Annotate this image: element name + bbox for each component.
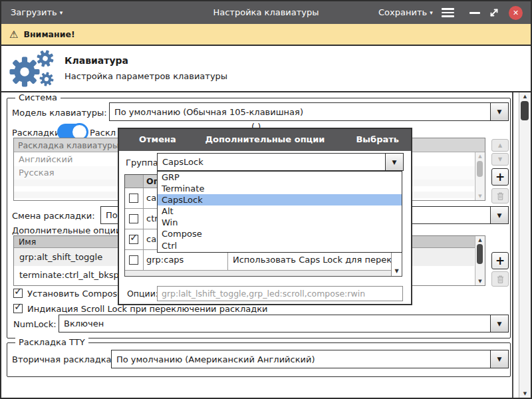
numlock-value: Включен — [59, 315, 490, 332]
keyboard-model-value: По умолчанию (Обычная 105-клавишная) — [110, 103, 490, 120]
row-checkbox[interactable] — [129, 214, 138, 223]
scrollbar-thumb[interactable] — [477, 244, 483, 264]
row-checkbox[interactable] — [129, 194, 138, 203]
caret-down-icon: ▾ — [430, 9, 433, 16]
menu-icon[interactable] — [442, 8, 454, 17]
group-label: Группа: — [126, 158, 161, 168]
scrollbar-thumb[interactable] — [521, 101, 529, 120]
app-header: Клавиатура Настройка параметров клавиату… — [1, 46, 531, 92]
scroll-down-icon[interactable]: ▼ — [475, 194, 485, 199]
select-button[interactable]: Выбрать — [356, 134, 399, 144]
options-input[interactable]: grp:lalt_lshift_toggle,grp_led:scroll,co… — [157, 286, 403, 301]
row-checkbox[interactable] — [129, 255, 138, 265]
add-option-button[interactable]: + — [491, 252, 509, 269]
scrollbar-thumb[interactable] — [477, 161, 483, 177]
layouts-label: Раскладки: — [12, 128, 63, 138]
title-bar: Загрузить ▾ Настройка клавиатуры Сохрани… — [1, 1, 531, 24]
warning-text: Внимание! — [23, 29, 74, 39]
dropdown-item[interactable]: Compose — [158, 228, 402, 239]
chevron-down-icon: ▼ — [490, 350, 508, 368]
dropdown-item[interactable]: Ctrl — [158, 240, 402, 251]
listbox-scrollbar: ▲ ▼ — [475, 152, 485, 200]
dropdown-item[interactable]: Terminate — [158, 183, 402, 194]
option-description: Использовать Caps Lock для переключе — [228, 250, 392, 270]
row-checkbox[interactable] — [129, 235, 138, 244]
keyboard-model-label: Модель клавиатуры: — [12, 108, 107, 118]
scroll-lock-checkbox[interactable] — [13, 304, 23, 313]
add-layout-button[interactable]: + — [491, 168, 509, 186]
secondary-layout-value: По умолчанию (Американский Английский) — [112, 350, 490, 368]
option-name: grp:caps — [143, 250, 228, 270]
warning-icon: ⚠ — [9, 29, 18, 41]
options-field-label: Опции: — [127, 289, 158, 299]
dialog-header: Отмена Дополнительные опции Выбрать — [119, 129, 411, 151]
save-button[interactable]: Сохранить ▾ — [378, 7, 433, 17]
dropdown-item[interactable]: CapsLock — [158, 194, 402, 205]
content-edge — [512, 92, 513, 398]
group-select-value: CapsLock — [158, 154, 385, 170]
close-icon[interactable]: ✕ — [509, 6, 523, 20]
gears-icon — [7, 50, 59, 91]
layout-switch-label: Смена раскладки: — [12, 211, 95, 221]
dropdown-item[interactable]: Win — [158, 217, 402, 228]
page-subtitle: Настройка параметров клавиатуры — [65, 71, 227, 81]
compose-checkbox-label: Установить Compose — [27, 289, 122, 299]
tty-group-label: Раскладка TTY — [15, 337, 88, 347]
extra-options-label: Дополнительные опции: — [12, 225, 124, 235]
trash-icon — [496, 192, 505, 201]
chevron-down-icon: ▼ — [490, 207, 508, 223]
secondary-layout-select[interactable]: По умолчанию (Американский Английский) ▼ — [111, 350, 509, 368]
group-select[interactable]: CapsLock ▼ — [157, 153, 404, 171]
secondary-layout-label: Вторичная раскладка: — [12, 354, 114, 364]
scroll-down-icon[interactable]: ▼ — [519, 391, 531, 396]
move-down-button[interactable]: ▼ — [491, 153, 509, 166]
scroll-up-icon[interactable]: ▲ — [475, 154, 485, 159]
keyboard-settings-window: Загрузить ▾ Настройка клавиатуры Сохрани… — [0, 0, 532, 399]
trash-icon — [496, 275, 505, 284]
dropdown-item[interactable]: GRP — [158, 172, 402, 183]
chevron-down-icon: ▼ — [490, 103, 508, 120]
keyboard-model-select[interactable]: По умолчанию (Обычная 105-клавишная) ▼ — [109, 102, 509, 121]
scroll-down-icon[interactable]: ▼ — [475, 279, 485, 284]
table-row[interactable]: grp:caps Использовать Caps Lock для пере… — [125, 250, 402, 271]
system-group-label: Система — [15, 92, 61, 102]
minimize-icon[interactable] — [469, 12, 480, 14]
chevron-down-icon: ▼ — [385, 154, 403, 170]
scroll-up-icon[interactable]: ▲ — [475, 237, 485, 243]
scroll-down-icon[interactable]: ▼ — [392, 268, 402, 274]
group-dropdown-list: GRP Terminate CapsLock Alt Win Compose C… — [157, 171, 402, 253]
scroll-lock-checkbox-label: Индикация Scroll Lock при переключении р… — [27, 304, 267, 314]
compose-checkbox[interactable] — [13, 289, 23, 298]
numlock-select[interactable]: Включен ▼ — [59, 315, 509, 332]
extra-options-dialog: Отмена Дополнительные опции Выбрать Груп… — [118, 128, 412, 305]
page-title: Клавиатура — [65, 55, 128, 66]
chevron-down-icon: ▼ — [490, 315, 508, 332]
table-scrollbar: ▲ ▼ — [475, 236, 485, 285]
delete-option-button[interactable] — [491, 271, 509, 287]
move-up-button[interactable]: ▲ — [491, 139, 509, 152]
main-scrollbar: ▲ ▼ — [519, 92, 531, 398]
warning-banner: ⚠ Внимание! — [1, 24, 531, 46]
delete-layout-button[interactable] — [491, 188, 509, 203]
maximize-icon[interactable] — [489, 7, 499, 18]
layouts-text-fragment: Раскл — [90, 128, 116, 138]
dropdown-item[interactable]: Alt — [158, 205, 402, 217]
scroll-up-icon[interactable]: ▲ — [519, 94, 531, 99]
numlock-label: NumLock: — [13, 319, 57, 329]
